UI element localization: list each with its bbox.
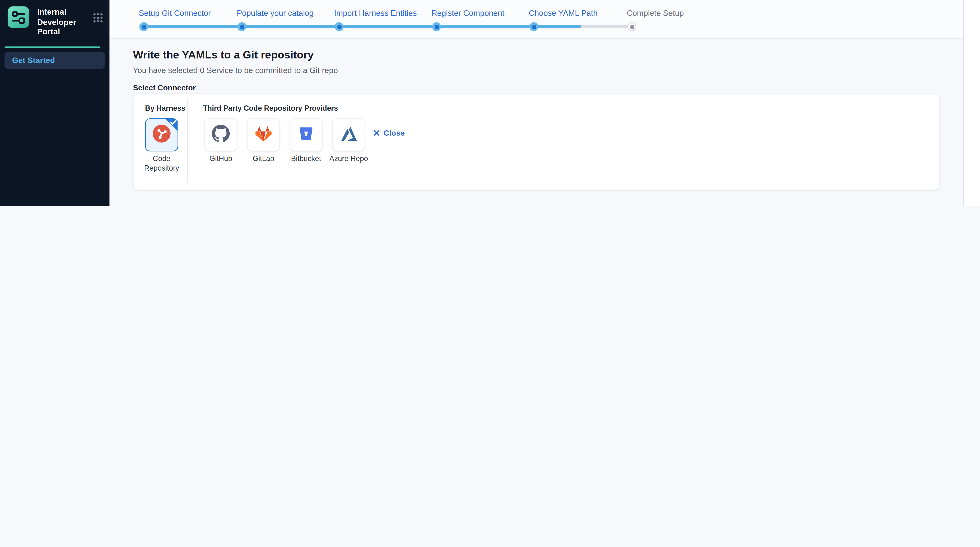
step-dot-5[interactable] [530, 22, 538, 31]
sidebar-item-get-started[interactable]: Get Started [5, 52, 105, 68]
app-title: Internal Developer Portal [37, 8, 98, 37]
step-register-component[interactable]: Register Component [431, 9, 504, 18]
sidebar: Internal Developer Portal Get Started ? [0, 0, 110, 206]
close-icon [374, 130, 380, 136]
azure-repo-icon [340, 126, 358, 144]
stepper-track-progress [144, 25, 581, 28]
connector-label-code-repository: Code Repository [136, 154, 187, 173]
close-label: Close [384, 129, 405, 137]
wizard-stepper: Setup Git Connector Populate your catalo… [110, 0, 964, 39]
connector-group-divider [187, 100, 188, 183]
step-dot-6 [627, 22, 636, 31]
page-subtitle: You have selected 0 Service to be commit… [133, 66, 338, 75]
connector-tile-gitlab[interactable] [247, 118, 280, 151]
page-content: Write the YAMLs to a Git repository You … [110, 39, 964, 206]
connector-label-azure-repo: Azure Repo [323, 154, 374, 164]
choose-path-heading: Choose File(s) Path [133, 205, 204, 206]
step-dot-1[interactable] [139, 22, 148, 31]
selected-check-icon [165, 118, 178, 132]
connector-tile-github[interactable] [204, 118, 237, 151]
main-area: Setup Git Connector Populate your catalo… [110, 0, 964, 206]
sidebar-divider [5, 46, 100, 48]
step-setup-git-connector[interactable]: Setup Git Connector [139, 9, 211, 18]
app-grid-icon[interactable] [93, 13, 103, 23]
select-connector-heading: Select Connector [133, 83, 196, 92]
page-title: Write the YAMLs to a Git repository [133, 49, 314, 62]
scrollbar-gutter [964, 0, 980, 206]
gitlab-icon [255, 125, 272, 145]
by-harness-label: By Harness [145, 104, 185, 112]
bitbucket-icon [298, 125, 315, 145]
github-icon [212, 125, 230, 145]
close-connector-picker[interactable]: Close [374, 129, 405, 137]
connector-tile-bitbucket[interactable] [290, 118, 323, 151]
connector-card: By Harness Third Party Code Repository P… [133, 94, 940, 190]
sidebar-header: Internal Developer Portal [0, 0, 110, 43]
app-logo [8, 6, 29, 28]
step-dot-3[interactable] [335, 22, 344, 31]
connector-tile-azure-repo[interactable] [332, 118, 365, 151]
step-dot-2[interactable] [237, 22, 246, 31]
step-import-harness-entities[interactable]: Import Harness Entities [334, 9, 417, 18]
third-party-label: Third Party Code Repository Providers [203, 104, 338, 112]
connector-tile-code-repository[interactable] [145, 118, 178, 151]
app-window: Internal Developer Portal Get Started ? [0, 0, 980, 206]
step-choose-yaml-path[interactable]: Choose YAML Path [529, 9, 598, 18]
step-populate-your-catalog[interactable]: Populate your catalog [237, 9, 314, 18]
step-dot-4[interactable] [432, 22, 441, 31]
step-complete-setup: Complete Setup [627, 9, 684, 18]
